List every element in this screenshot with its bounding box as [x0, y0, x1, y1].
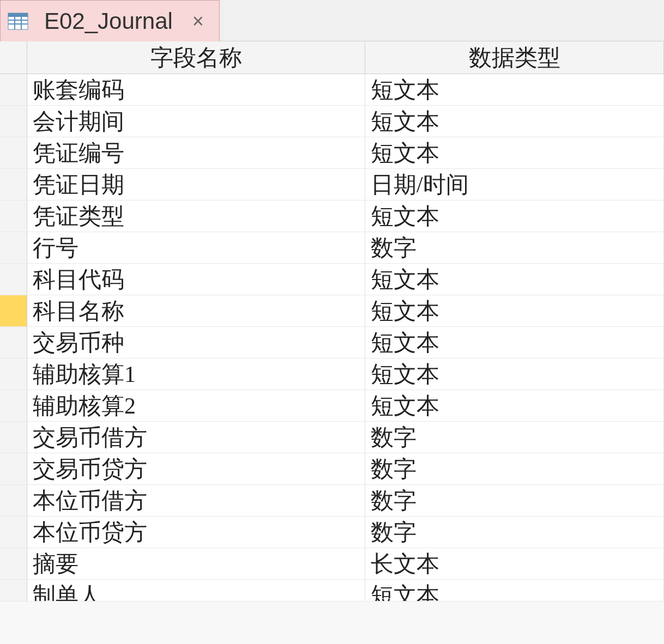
data-type-cell[interactable]: 短文本 — [365, 327, 664, 359]
data-type-cell[interactable]: 短文本 — [365, 106, 664, 137]
row-selector[interactable] — [0, 390, 27, 422]
column-header-field-name[interactable]: 字段名称 — [27, 41, 365, 74]
close-icon[interactable]: × — [188, 10, 208, 33]
data-type-cell[interactable]: 数字 — [365, 453, 664, 485]
svg-rect-5 — [21, 13, 22, 29]
row-selector[interactable] — [0, 169, 27, 201]
row-selector[interactable] — [0, 201, 27, 232]
field-name-cell[interactable]: 辅助核算2 — [27, 390, 365, 422]
svg-rect-3 — [8, 23, 28, 25]
svg-rect-4 — [14, 13, 15, 29]
field-name-cell[interactable]: 交易币种 — [27, 327, 365, 359]
row-selector[interactable] — [0, 359, 27, 390]
data-type-cell[interactable]: 短文本 — [365, 74, 664, 106]
data-type-cell[interactable]: 短文本 — [365, 137, 664, 169]
data-type-cell[interactable]: 数字 — [365, 517, 664, 548]
row-selector[interactable] — [0, 485, 27, 517]
data-type-cell[interactable]: 数字 — [365, 422, 664, 453]
row-selector[interactable] — [0, 327, 27, 359]
tab-e02-journal[interactable]: E02_Journal × — [0, 0, 220, 41]
field-name-cell[interactable]: 辅助核算1 — [27, 359, 365, 390]
data-type-cell[interactable]: 短文本 — [365, 264, 664, 295]
data-type-cell[interactable]: 日期/时间 — [365, 169, 664, 201]
data-type-cell[interactable]: 短文本 — [365, 201, 664, 232]
data-type-cell[interactable]: 短文本 — [365, 359, 664, 390]
field-name-cell[interactable]: 摘要 — [27, 548, 365, 580]
row-selector[interactable] — [0, 74, 27, 106]
row-selector[interactable] — [0, 517, 27, 548]
field-name-cell[interactable]: 交易币贷方 — [27, 453, 365, 485]
data-type-cell[interactable]: 数字 — [365, 485, 664, 517]
field-name-cell[interactable]: 本位币贷方 — [27, 517, 365, 548]
row-selector[interactable] — [0, 295, 27, 327]
field-name-cell[interactable]: 科目代码 — [27, 264, 365, 295]
svg-rect-1 — [8, 13, 28, 17]
svg-rect-2 — [8, 20, 28, 21]
tab-label: E02_Journal — [39, 8, 178, 34]
row-selector[interactable] — [0, 422, 27, 453]
column-header-data-type[interactable]: 数据类型 — [365, 41, 664, 74]
row-selector[interactable] — [0, 232, 27, 264]
field-name-cell[interactable]: 科目名称 — [27, 295, 365, 327]
field-name-cell[interactable]: 交易币借方 — [27, 422, 365, 453]
field-name-cell[interactable]: 账套编码 — [27, 74, 365, 106]
select-all-corner[interactable] — [0, 41, 27, 74]
field-name-cell[interactable]: 行号 — [27, 232, 365, 264]
data-type-cell[interactable]: 短文本 — [365, 295, 664, 327]
tab-bar: E02_Journal × — [0, 0, 664, 41]
row-selector[interactable] — [0, 264, 27, 295]
field-name-cell[interactable]: 会计期间 — [27, 106, 365, 137]
data-type-cell[interactable]: 数字 — [365, 232, 664, 264]
row-selector[interactable] — [0, 137, 27, 169]
row-selector[interactable] — [0, 453, 27, 485]
field-name-cell[interactable]: 凭证日期 — [27, 169, 365, 201]
data-type-cell[interactable]: 长文本 — [365, 548, 664, 580]
field-name-cell[interactable]: 本位币借方 — [27, 485, 365, 517]
row-selector[interactable] — [0, 580, 27, 602]
table-icon — [7, 11, 29, 31]
data-type-cell[interactable]: 短文本 — [365, 390, 664, 422]
row-selector[interactable] — [0, 106, 27, 137]
row-selector[interactable] — [0, 548, 27, 580]
table-design-grid: 字段名称 数据类型 账套编码短文本会计期间短文本凭证编号短文本凭证日期日期/时间… — [0, 41, 664, 602]
field-name-cell[interactable]: 制单人 — [27, 580, 365, 602]
field-name-cell[interactable]: 凭证编号 — [27, 137, 365, 169]
field-name-cell[interactable]: 凭证类型 — [27, 201, 365, 232]
data-type-cell[interactable]: 短文本 — [365, 580, 664, 602]
